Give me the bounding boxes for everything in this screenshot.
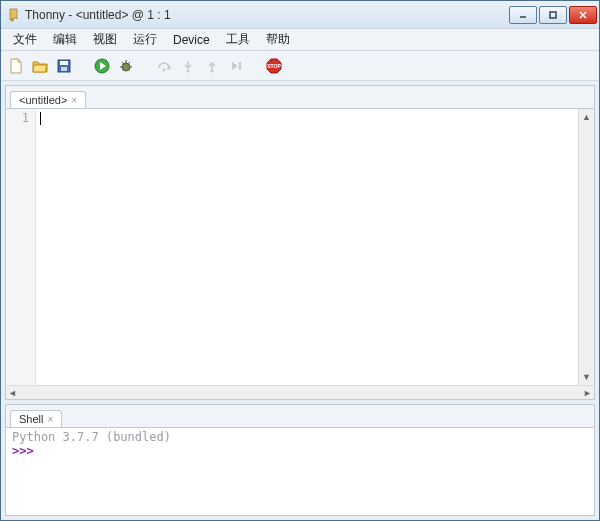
svg-rect-17 <box>239 62 241 70</box>
close-button[interactable] <box>569 6 597 24</box>
titlebar: Thonny - <untitled> @ 1 : 1 <box>1 1 599 29</box>
run-icon[interactable] <box>93 57 111 75</box>
menu-tools[interactable]: 工具 <box>218 29 258 50</box>
svg-point-14 <box>163 68 166 71</box>
svg-line-11 <box>122 62 124 64</box>
menu-file[interactable]: 文件 <box>5 29 45 50</box>
resume-icon[interactable] <box>227 57 245 75</box>
maximize-button[interactable] <box>539 6 567 24</box>
menu-view[interactable]: 视图 <box>85 29 125 50</box>
debug-icon[interactable] <box>117 57 135 75</box>
line-gutter: 1 <box>6 109 36 385</box>
svg-rect-5 <box>60 61 68 65</box>
window-title: Thonny - <untitled> @ 1 : 1 <box>25 8 509 22</box>
gutter-line-number: 1 <box>6 111 29 125</box>
toolbar: STOP <box>1 51 599 81</box>
content-area: <untitled> × 1 ▲ ▼ ◄ ► <box>1 81 599 520</box>
shell-banner: Python 3.7.7 (bundled) <box>12 430 588 444</box>
shell-body[interactable]: Python 3.7.7 (bundled) >>> <box>6 427 594 515</box>
svg-point-15 <box>187 69 190 72</box>
close-icon[interactable]: × <box>71 95 77 106</box>
editor-tab-row: <untitled> × <box>6 86 594 108</box>
scroll-right-icon[interactable]: ► <box>583 388 592 398</box>
scroll-down-icon[interactable]: ▼ <box>579 369 594 385</box>
menubar: 文件 编辑 视图 运行 Device 工具 帮助 <box>1 29 599 51</box>
editor-pane: <untitled> × 1 ▲ ▼ ◄ ► <box>5 85 595 400</box>
new-file-icon[interactable] <box>7 57 25 75</box>
save-file-icon[interactable] <box>55 57 73 75</box>
shell-prompt: >>> <box>12 444 588 458</box>
shell-tab[interactable]: Shell × <box>10 410 62 427</box>
close-icon[interactable]: × <box>47 414 53 425</box>
step-over-icon[interactable] <box>155 57 173 75</box>
menu-edit[interactable]: 编辑 <box>45 29 85 50</box>
shell-tab-row: Shell × <box>6 405 594 427</box>
svg-point-16 <box>211 69 214 72</box>
svg-rect-6 <box>61 67 67 71</box>
window-buttons <box>509 6 597 24</box>
editor-area: 1 ▲ ▼ <box>6 108 594 385</box>
menu-help[interactable]: 帮助 <box>258 29 298 50</box>
svg-text:STOP: STOP <box>267 63 281 69</box>
text-caret <box>40 112 41 125</box>
editor-tab[interactable]: <untitled> × <box>10 91 86 108</box>
shell-pane: Shell × Python 3.7.7 (bundled) >>> <box>5 404 595 516</box>
step-into-icon[interactable] <box>179 57 197 75</box>
menu-device[interactable]: Device <box>165 31 218 49</box>
minimize-button[interactable] <box>509 6 537 24</box>
code-editor[interactable] <box>36 109 578 385</box>
svg-point-8 <box>122 63 130 71</box>
editor-vertical-scrollbar[interactable]: ▲ ▼ <box>578 109 594 385</box>
svg-rect-1 <box>550 12 556 18</box>
app-window: Thonny - <untitled> @ 1 : 1 文件 编辑 视图 运行 … <box>0 0 600 521</box>
step-out-icon[interactable] <box>203 57 221 75</box>
scroll-up-icon[interactable]: ▲ <box>579 109 594 125</box>
app-icon <box>7 8 21 22</box>
editor-tab-label: <untitled> <box>19 94 67 106</box>
scroll-left-icon[interactable]: ◄ <box>8 388 17 398</box>
open-file-icon[interactable] <box>31 57 49 75</box>
stop-icon[interactable]: STOP <box>265 57 283 75</box>
shell-tab-label: Shell <box>19 413 43 425</box>
editor-horizontal-scrollbar[interactable]: ◄ ► <box>6 385 594 399</box>
svg-line-12 <box>128 62 130 64</box>
menu-run[interactable]: 运行 <box>125 29 165 50</box>
